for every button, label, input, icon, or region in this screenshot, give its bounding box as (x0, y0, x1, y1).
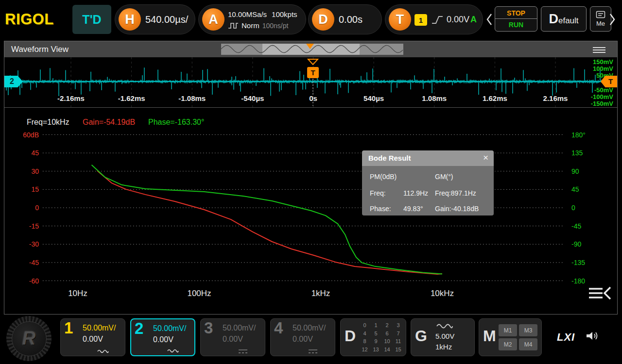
channel-offset: 0.00V (293, 335, 313, 344)
trigger-status-badge[interactable]: T'D (72, 5, 111, 34)
channel-1-tile[interactable]: 1 50.00mV/ 0.00V (60, 318, 125, 356)
digital-channel-number: 2 (385, 322, 388, 328)
digital-channel-number: 6 (385, 331, 388, 336)
math-tile[interactable]: M M1M3M2M4 (479, 318, 542, 356)
trigger-level: 0.00V (447, 5, 469, 34)
readout-phase: Phase=-163.30° (148, 118, 204, 127)
time-label: 0s (292, 94, 335, 102)
freq-tick-label: 10kHz (431, 289, 454, 298)
channel-4-tile[interactable]: 4 50.00mV/ 0.00V (270, 318, 335, 356)
trigger-flag[interactable]: T (307, 67, 319, 78)
gain-tick-label: 15 (31, 185, 39, 193)
delay-badge: D (312, 8, 334, 31)
digital-channel-number: 9 (374, 338, 377, 344)
math-m4-button[interactable]: M4 (519, 338, 537, 350)
channel-2-tile[interactable]: 2 50.00mV/ 0.00V (130, 318, 195, 356)
popup-header[interactable]: Bode Result × (362, 150, 494, 166)
rigol-emblem: R (12, 321, 47, 356)
gain-tick-label: -60 (29, 277, 39, 285)
digital-channel-number: 14 (384, 347, 390, 352)
time-label: 1.08ms (413, 94, 456, 102)
volt-label: -50mV (594, 86, 613, 94)
acquire-mode: Norm (242, 21, 259, 30)
phase-tick-label: -45 (571, 222, 581, 230)
gm-column-header: GM(°) (435, 173, 453, 181)
time-label: 2.16ms (534, 94, 577, 102)
digital-channel-number: 12 (362, 347, 367, 352)
delay-control[interactable]: D 0.00s (308, 4, 382, 34)
digital-channel-number: 7 (397, 331, 399, 336)
horizontal-badge: H (119, 8, 141, 31)
bode-result-popup: Bode Result × PM(0dB) GM(°) Freq: 112.9H… (362, 150, 494, 215)
gain-tick-label: -30 (29, 240, 39, 248)
ac-coupling-icon (153, 348, 192, 353)
menu-screen-icon (596, 11, 605, 18)
memory-preview-bar[interactable] (221, 44, 403, 55)
stop-run-button[interactable]: STOP RUN (495, 6, 537, 32)
phase-tick-label: 45 (571, 185, 579, 193)
preview-trigger-marker[interactable] (306, 44, 314, 49)
digital-channel-number: 15 (395, 347, 401, 352)
channel-3-tile[interactable]: 3 50.00mV/ 0.00V (200, 318, 265, 356)
collapse-menu-icon[interactable] (586, 285, 613, 304)
acquisition-control[interactable]: A 10.00MSa/s 100kpts Norm 100ns/pt (198, 4, 306, 34)
home-button[interactable]: R (6, 316, 52, 361)
time-label: 540µs (352, 94, 396, 102)
gain-tick-label: 60dB (23, 131, 39, 139)
math-m1-button[interactable]: M1 (499, 324, 517, 336)
trigger-control[interactable]: T 1 0.00V A (385, 4, 483, 34)
menu-label: Me (596, 20, 605, 27)
digital-channel-number: 11 (396, 338, 401, 344)
freq-tick-label: 1kHz (311, 289, 330, 298)
readout-frequency: Freq=10kHz (27, 118, 69, 127)
acquire-mode-icon (228, 22, 239, 29)
generator-amplitude: 5.00V (435, 332, 454, 340)
phase-tick-label: -180 (571, 277, 585, 285)
time-label: -2.16ms (49, 94, 93, 102)
volt-label: 100mV (593, 65, 613, 72)
time-label: -540µs (231, 94, 275, 102)
phase-tick-label: -135 (571, 259, 585, 266)
gm-freq-value: Freq:897.1Hz (435, 189, 476, 197)
trigger-coupling: A (470, 5, 477, 34)
waveform-view-title: Waveform View (11, 45, 69, 54)
acquisition-badge: A (202, 8, 225, 31)
channel-offset: 0.00V (83, 335, 103, 344)
stop-label: STOP (495, 7, 537, 19)
gain-tick-label: 0 (35, 204, 39, 212)
oscilloscope-screen: RIGOL T'D H 540.00µs/ A 10.00MSa/s 100kp… (0, 0, 622, 364)
trigger-badge: T (389, 8, 411, 31)
delay-value: 0.00s (339, 5, 363, 34)
time-label: 1.62ms (473, 94, 517, 102)
phase-tick-label: -90 (571, 240, 581, 248)
waveform-view-header: Waveform View (4, 41, 617, 57)
hamburger-menu-icon[interactable] (593, 46, 605, 54)
chevron-left-icon (485, 13, 493, 26)
generator-tile[interactable]: G 5.00V 1kHz (411, 318, 475, 356)
channel-scale: 50.00mV/ (293, 324, 326, 332)
digital-channel-number: 1 (374, 322, 377, 328)
trigger-triangle-icon (307, 59, 319, 65)
rising-edge-icon (431, 14, 444, 26)
digital-channels-tile[interactable]: D 0123456789101112131415 (340, 318, 406, 356)
trigger-position-marker[interactable]: T (307, 58, 319, 78)
channel-offset: 0.00V (223, 335, 243, 344)
default-button[interactable]: Default (541, 6, 587, 32)
horizontal-scale-value: 540.00µs/ (145, 5, 188, 34)
math-m2-button[interactable]: M2 (499, 338, 517, 350)
toolbar-prev-arrow[interactable] (485, 13, 493, 28)
horizontal-scale-control[interactable]: H 540.00µs/ (115, 4, 195, 34)
math-m3-button[interactable]: M3 (519, 324, 537, 336)
speaker-icon[interactable] (585, 330, 600, 344)
bottom-toolbar: R 1 50.00mV/ 0.00V 2 50.00mV/ 0.00V 3 50… (0, 314, 622, 364)
channel-number: 2 (135, 319, 143, 338)
digital-channel-number: 4 (363, 331, 366, 336)
chevron-right-icon (608, 13, 616, 26)
sample-rate: 10.00MSa/s (228, 10, 267, 18)
ac-coupling-icon (83, 349, 123, 354)
gain-tick-label: 45 (31, 149, 39, 157)
toolbar-next-arrow[interactable] (608, 13, 616, 28)
lxi-status[interactable]: LXI (557, 331, 575, 344)
phase-tick-label: 0 (571, 204, 575, 212)
close-icon[interactable]: × (483, 152, 488, 163)
